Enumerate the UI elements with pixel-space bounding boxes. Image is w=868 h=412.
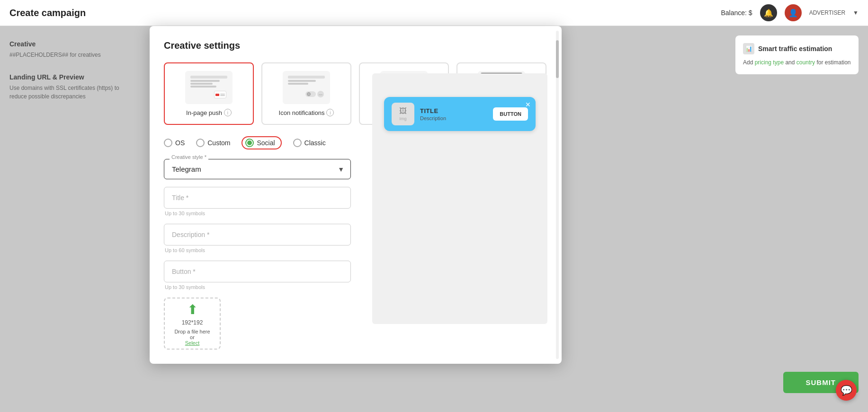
creative-card-inpage-push[interactable]: In-page push i bbox=[164, 62, 254, 125]
chevron-down-icon[interactable]: ▼ bbox=[853, 9, 859, 16]
left-sidebar: Creative ##PLACEHOLDERS## for creatives … bbox=[0, 26, 147, 412]
landing-label: Landing URL & Preview bbox=[9, 73, 137, 81]
bell-icon[interactable]: 🔔 bbox=[760, 4, 777, 21]
smart-traffic-title: 📊 Smart traffic estimation bbox=[743, 43, 851, 54]
icon-notif-info-icon[interactable]: i bbox=[326, 109, 334, 116]
button-field-group: Up to 30 symbols bbox=[164, 261, 351, 290]
radio-os-circle bbox=[164, 139, 172, 147]
creative-style-select[interactable]: Telegram bbox=[164, 159, 351, 179]
title-hint: Up to 30 symbols bbox=[164, 210, 351, 216]
landing-text: Use domains with SSL certificates (https… bbox=[9, 84, 137, 101]
radio-social-circle bbox=[245, 139, 254, 147]
form-section: Creative style * Telegram ▼ Up to 30 sym… bbox=[164, 159, 351, 350]
page-title: Create campaign bbox=[9, 8, 86, 18]
radio-classic-label: Classic bbox=[304, 139, 326, 147]
upload-or-text: or bbox=[190, 334, 195, 340]
radio-os[interactable]: OS bbox=[164, 139, 185, 147]
country-link[interactable]: country bbox=[796, 59, 815, 66]
balance-label: Balance: $ bbox=[721, 9, 752, 17]
modal: Creative settings bbox=[150, 26, 562, 364]
icon-notifications-label: Icon notifications i bbox=[279, 109, 334, 116]
button-hint: Up to 30 symbols bbox=[164, 284, 351, 290]
radio-custom-label: Custom bbox=[207, 139, 230, 147]
modal-scrollbar bbox=[556, 31, 559, 359]
button-input[interactable] bbox=[164, 261, 351, 282]
description-field-group: Up to 60 symbols bbox=[164, 224, 351, 253]
radio-classic[interactable]: Classic bbox=[293, 139, 326, 147]
smart-traffic-box: 📊 Smart traffic estimation Add pricing t… bbox=[735, 35, 859, 74]
radio-os-label: OS bbox=[175, 139, 185, 147]
upload-icon: ⬆ bbox=[187, 302, 198, 317]
creative-style-field: Creative style * Telegram ▼ bbox=[164, 159, 351, 179]
modal-scrollbar-thumb[interactable] bbox=[556, 40, 559, 78]
upload-size: 192*192 bbox=[182, 319, 203, 326]
creative-section: Creative ##PLACEHOLDERS## for creatives bbox=[9, 40, 137, 59]
radio-social[interactable]: Social bbox=[242, 136, 281, 149]
upload-select-link[interactable]: Select bbox=[185, 340, 200, 346]
telegram-img: 🖼 Img bbox=[392, 103, 414, 125]
inpage-push-icon bbox=[185, 71, 233, 104]
telegram-preview-desc: Description bbox=[420, 115, 487, 121]
telegram-content: TITLE Description bbox=[420, 107, 487, 121]
advertiser-label: ADVERTISER bbox=[809, 9, 845, 16]
upload-drop-text: Drop a file here bbox=[174, 329, 210, 334]
telegram-preview-button[interactable]: BUTTON bbox=[493, 107, 528, 121]
radio-custom[interactable]: Custom bbox=[196, 139, 230, 147]
description-input[interactable] bbox=[164, 224, 351, 245]
top-bar-right: Balance: $ 🔔 👤 ADVERTISER ▼ bbox=[721, 4, 859, 21]
pricing-type-link[interactable]: pricing type bbox=[755, 59, 784, 66]
telegram-preview-title: TITLE bbox=[420, 107, 487, 114]
telegram-img-label: Img bbox=[399, 116, 406, 121]
radio-classic-circle bbox=[293, 139, 302, 147]
smart-traffic-desc: Add pricing type and country for estimat… bbox=[743, 58, 851, 67]
upload-area[interactable]: ⬆ 192*192 Drop a file here or Select bbox=[164, 298, 221, 350]
description-hint: Up to 60 symbols bbox=[164, 247, 351, 253]
chat-button[interactable]: 💬 bbox=[836, 380, 857, 401]
title-field-group: Up to 30 symbols bbox=[164, 187, 351, 216]
inpage-push-info-icon[interactable]: i bbox=[224, 109, 232, 116]
title-input[interactable] bbox=[164, 187, 351, 209]
creative-text: ##PLACEHOLDERS## for creatives bbox=[9, 51, 137, 59]
right-sidebar: 📊 Smart traffic estimation Add pricing t… bbox=[726, 26, 868, 412]
avatar[interactable]: 👤 bbox=[785, 4, 802, 21]
inpage-push-label: In-page push i bbox=[186, 109, 232, 116]
telegram-preview: ✕ 🖼 Img TITLE Description BUTTON bbox=[384, 97, 536, 131]
radio-social-label: Social bbox=[257, 139, 275, 147]
landing-section: Landing URL & Preview Use domains with S… bbox=[9, 73, 137, 101]
top-bar: Create campaign Balance: $ 🔔 👤 ADVERTISE… bbox=[0, 0, 868, 26]
telegram-close-icon[interactable]: ✕ bbox=[525, 101, 531, 108]
preview-area: ✕ 🖼 Img TITLE Description BUTTON bbox=[372, 73, 547, 324]
creative-style-legend: Creative style * bbox=[170, 154, 208, 160]
smart-traffic-icon: 📊 bbox=[743, 43, 754, 54]
modal-title: Creative settings bbox=[164, 40, 547, 51]
radio-custom-circle bbox=[196, 139, 205, 147]
icon-notifications-icon: — bbox=[283, 71, 330, 104]
creative-label: Creative bbox=[9, 40, 137, 48]
creative-card-icon-notifications[interactable]: — Icon notifications i bbox=[261, 62, 351, 125]
